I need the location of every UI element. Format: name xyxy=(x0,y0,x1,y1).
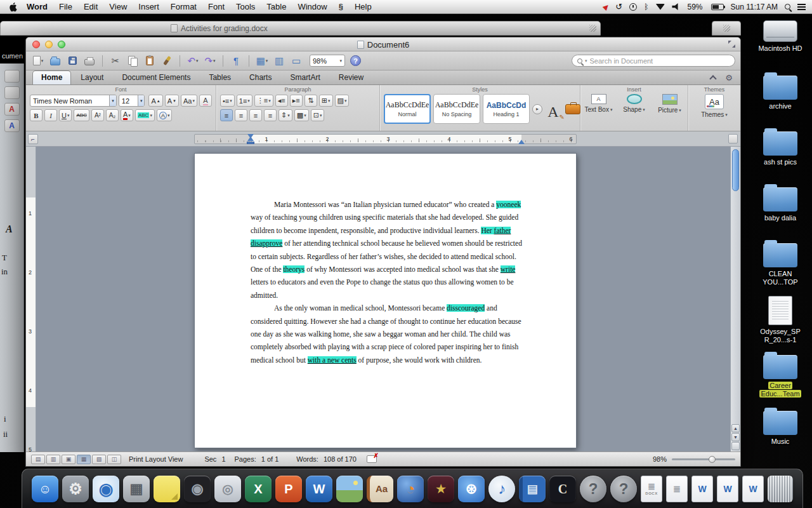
dock-text-document[interactable]: ≣ xyxy=(666,476,688,502)
dock-ipod[interactable]: ◎ xyxy=(214,476,241,502)
tab-document-elements[interactable]: Document Elements xyxy=(113,70,199,84)
font-size-select[interactable]: 12 ▾ xyxy=(119,95,145,107)
tab-selector[interactable]: ⌐ xyxy=(28,134,38,144)
underline-button[interactable]: U▾ xyxy=(59,109,72,121)
desktop-icon-odyssey-sp-r-20-s-1[interactable]: Odyssey_SP R_20...s-1 xyxy=(754,296,807,352)
desktop-icon-macintosh-hd[interactable]: Macintosh HD xyxy=(754,17,807,72)
help-button[interactable] xyxy=(350,55,361,66)
ruler-toggle-button[interactable] xyxy=(728,134,738,144)
menu-list-icon[interactable] xyxy=(797,4,806,10)
draft-view-button[interactable]: ▤ xyxy=(31,455,45,464)
bluetooth-icon[interactable]: ᛒ xyxy=(644,3,648,11)
desktop-icon-music[interactable]: Music xyxy=(754,408,807,464)
menu-clock-text[interactable]: Sun 11:17 AM xyxy=(731,3,778,11)
dock-itunes[interactable]: ♪ xyxy=(488,476,515,502)
desktop-icon-baby-dalia[interactable]: baby dalia xyxy=(754,184,807,240)
format-painter-button[interactable] xyxy=(160,54,174,68)
shrink-font-button[interactable]: A▼ xyxy=(165,95,179,107)
dock-word[interactable]: W xyxy=(306,476,332,502)
dock-mind-app[interactable]: ⊛ xyxy=(458,476,485,502)
desktop-icon-clean-you-top[interactable]: CLEAN YOU...TOP xyxy=(754,240,807,296)
dock-system-preferences[interactable]: ⚙ xyxy=(62,476,89,502)
red-status-menu-icon[interactable]: ▶ xyxy=(601,2,611,11)
style-no-spacing[interactable]: AaBbCcDdEeNo Spacing xyxy=(433,94,480,124)
publishing-layout-view-button[interactable]: ▣ xyxy=(62,455,75,464)
dock-unknown-app-2[interactable]: ? xyxy=(610,476,637,502)
zoom-control[interactable]: 98% ▾ xyxy=(310,55,345,67)
italic-button[interactable]: I xyxy=(44,109,57,121)
dock-word-document-2[interactable]: W xyxy=(717,476,738,502)
applescript-menu-icon[interactable]: § xyxy=(333,2,349,11)
dock-safari[interactable]: ◉ xyxy=(93,476,119,502)
pages-value[interactable]: 1 of 1 xyxy=(261,455,279,463)
tab-smartart[interactable]: SmartArt xyxy=(281,70,329,84)
tab-home[interactable]: Home xyxy=(32,70,71,84)
paste-button[interactable] xyxy=(143,54,157,68)
menu-view[interactable]: View xyxy=(103,2,133,11)
dock-word-document-1[interactable]: W xyxy=(691,476,713,502)
text-box-button[interactable]: ▭ xyxy=(289,54,303,68)
increase-indent-button[interactable]: ▸≡ xyxy=(290,95,303,107)
notebook-layout-view-button[interactable]: ▧ xyxy=(92,455,106,464)
text-highlight-color-button[interactable]: ABC▾ xyxy=(135,109,155,121)
zoom-slider[interactable] xyxy=(672,458,735,460)
justify-button[interactable]: ≡ xyxy=(264,109,277,121)
insert-picture-button[interactable]: Picture▾ xyxy=(653,94,686,114)
dock-dvd-player[interactable]: ◉ xyxy=(184,476,211,502)
apple-menu-icon[interactable] xyxy=(9,2,18,12)
style-normal[interactable]: AaBbCcDdEeNormal xyxy=(384,94,431,124)
align-left-button[interactable]: ≡ xyxy=(220,109,233,121)
dock-trash[interactable] xyxy=(768,476,793,502)
superscript-button[interactable]: A² xyxy=(91,109,104,121)
copy-button[interactable] xyxy=(126,54,140,68)
menu-format[interactable]: Format xyxy=(165,2,202,11)
dock-imovie[interactable]: ★ xyxy=(428,476,454,502)
more-styles-button[interactable]: ▸ xyxy=(532,104,542,114)
dock-unknown-app-1[interactable]: ? xyxy=(580,476,606,502)
fullscreen-icon[interactable] xyxy=(728,41,735,48)
character-border-button[interactable]: A▾ xyxy=(157,109,173,121)
menu-tools[interactable]: Tools xyxy=(230,2,261,11)
right-indent-marker[interactable] xyxy=(518,140,525,144)
tab-charts[interactable]: Charts xyxy=(240,70,280,84)
left-indent-marker[interactable] xyxy=(247,142,254,144)
horizontal-ruler[interactable]: 123456 xyxy=(194,134,577,144)
print-layout-view-button[interactable]: ▦ xyxy=(77,455,91,464)
menu-insert[interactable]: Insert xyxy=(133,2,165,11)
align-right-button[interactable]: ≡ xyxy=(249,109,262,121)
vertical-scrollbar[interactable]: ▲ ▼ xyxy=(730,147,740,453)
dock-c-application[interactable]: C xyxy=(549,476,576,502)
scroll-down-button[interactable]: ▼ xyxy=(731,433,740,441)
full-screen-view-button[interactable]: ◫ xyxy=(107,455,121,464)
hanging-indent-marker[interactable] xyxy=(247,137,254,141)
numbering-button[interactable]: 1≡▾ xyxy=(237,95,252,107)
columns-button[interactable]: ▥ xyxy=(272,54,286,68)
undo-button[interactable]: ↶▾ xyxy=(186,54,200,68)
menu-app-name[interactable]: Word xyxy=(21,2,53,11)
dock-finder[interactable]: ☺ xyxy=(32,476,58,502)
outline-view-button[interactable]: ▥ xyxy=(46,455,60,464)
vertical-ruler[interactable]: 12345 xyxy=(26,147,36,453)
search-input[interactable] xyxy=(590,57,730,65)
style-heading-1[interactable]: AaBbCcDdHeading 1 xyxy=(483,94,530,124)
scroll-split-button[interactable] xyxy=(731,442,740,450)
print-document-button[interactable] xyxy=(82,54,96,68)
menu-font[interactable]: Font xyxy=(202,2,230,11)
section-label[interactable]: Sec xyxy=(204,455,216,463)
battery-icon[interactable] xyxy=(711,4,724,10)
multilevel-list-button[interactable]: ⋮≡▾ xyxy=(254,95,273,107)
desktop-icon-ash-st-pics[interactable]: ash st pics xyxy=(754,128,807,184)
borders-button[interactable]: ⊞▾ xyxy=(319,95,333,107)
zoom-slider-knob[interactable] xyxy=(709,456,716,463)
words-value[interactable]: 108 of 170 xyxy=(324,455,357,463)
tab-tables[interactable]: Tables xyxy=(200,70,240,84)
box-border-button[interactable]: ⊡▾ xyxy=(311,109,325,121)
menu-edit[interactable]: Edit xyxy=(78,2,103,11)
cut-button[interactable]: ✂ xyxy=(108,54,122,68)
insert-shape-button[interactable]: Shape▾ xyxy=(618,94,651,114)
dock-stickies[interactable] xyxy=(154,476,180,502)
bullets-button[interactable]: •≡▾ xyxy=(220,95,235,107)
scroll-up-button[interactable]: ▲ xyxy=(731,424,740,432)
tables-button[interactable]: ▦▾ xyxy=(255,54,269,68)
dock-launchpad[interactable]: ▦ xyxy=(123,476,150,502)
